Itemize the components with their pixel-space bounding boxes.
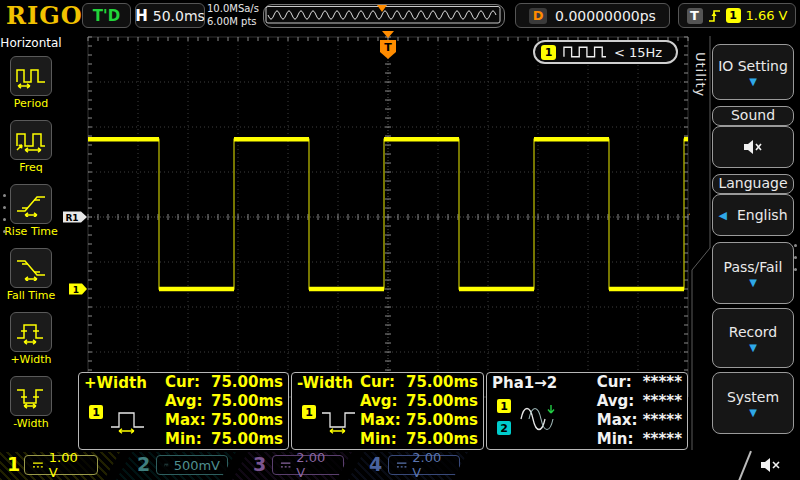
pos-width-icon — [10, 312, 52, 352]
phase-icon — [517, 401, 557, 435]
chevron-down-icon: ▼ — [749, 279, 757, 287]
trigger-label: T — [687, 8, 703, 24]
channel-1-number: 1 — [7, 453, 20, 475]
neg-pulse-icon — [320, 407, 358, 435]
measurement-name: -Width — [297, 374, 353, 392]
channel-2-scale: 500mV — [156, 455, 228, 475]
right-menu: Utility IO Setting ▼ Sound Language ◀ En… — [690, 30, 800, 452]
language-label: Language — [712, 174, 794, 194]
memory-depth: 6.00M pts — [207, 15, 263, 28]
channel1-badge: 1 — [497, 399, 511, 413]
period-icon — [10, 56, 52, 96]
system-label: System — [727, 389, 779, 405]
menu-scroll-dots — [3, 194, 6, 233]
language-value: English — [737, 207, 788, 223]
memory-waveform-preview[interactable] — [263, 4, 505, 28]
utility-tab: Utility — [690, 52, 708, 97]
menu-item-neg-width[interactable]: -Width — [0, 376, 62, 430]
menu-item-label: Period — [0, 97, 62, 110]
channel-2-button[interactable]: 2 500mV — [116, 452, 236, 480]
menu-item-pos-width[interactable]: +Width — [0, 312, 62, 366]
measurement-values: Cur:75.00ms Avg:75.00ms Max:75.00ms Min:… — [165, 373, 283, 449]
channel-4-scale: 2.00 V — [388, 455, 460, 475]
channel-status-bar: 1 1.00 V 2 500mV 3 2.00 V — [0, 452, 800, 480]
rising-edge-icon — [708, 8, 721, 24]
pass-fail-button[interactable]: Pass/Fail ▼ — [712, 242, 794, 304]
menu-item-rise-time[interactable]: Rise Time — [0, 184, 62, 238]
freq-icon — [10, 120, 52, 160]
square-wave-icon — [563, 46, 607, 58]
dc-coupling-icon — [280, 460, 291, 470]
trigger-level-value: 1.66 V — [746, 8, 788, 23]
chevron-down-icon: ▼ — [749, 78, 757, 86]
channel-3-number: 3 — [253, 453, 266, 475]
menu-item-label: Fall Time — [0, 289, 62, 302]
trigger-frequency-badge: 1 < 15Hz — [533, 40, 678, 64]
menu-item-label: -Width — [0, 417, 62, 430]
sound-button[interactable] — [712, 126, 794, 168]
delay-label: D — [529, 8, 547, 24]
trigger-box[interactable]: T 1 1.66 V — [678, 3, 796, 28]
dc-coupling-icon — [164, 460, 169, 470]
measurement-box-neg-width[interactable]: -Width 1 Cur:75.00ms Avg:75.00ms Max:75.… — [291, 372, 484, 450]
sample-rate: 10.0MSa/s — [207, 2, 263, 15]
trigger-frequency-value: < 15Hz — [614, 45, 662, 60]
language-button[interactable]: ◀ English — [712, 194, 794, 236]
measurement-box-pos-width[interactable]: +Width 1 Cur:75.00ms Avg:75.00ms Max:75.… — [78, 372, 289, 450]
channel1-badge: 1 — [302, 405, 316, 419]
menu-item-freq[interactable]: Freq — [0, 120, 62, 174]
menu-item-period[interactable]: Period — [0, 56, 62, 110]
delay-value: 0.00000000ps — [555, 8, 656, 24]
io-setting-button[interactable]: IO Setting ▼ — [712, 44, 794, 100]
system-sound-muted-icon — [758, 455, 784, 475]
left-menu: Horizontal Period Freq Rise Time — [0, 30, 62, 452]
menu-item-label: Freq — [0, 161, 62, 174]
memory-waveform-icon — [264, 5, 502, 25]
channel-3-scale: 2.00 V — [272, 455, 344, 475]
record-button[interactable]: Record ▼ — [712, 308, 794, 368]
trigger-channel-badge: 1 — [541, 45, 556, 60]
chevron-down-icon: ▼ — [749, 344, 757, 352]
channel1-badge: 1 — [89, 405, 103, 419]
measurement-values: Cur:75.00ms Avg:75.00ms Max:75.00ms Min:… — [360, 373, 478, 449]
chevron-down-icon: ▼ — [749, 409, 757, 417]
system-button[interactable]: System ▼ — [712, 372, 794, 434]
fall-time-icon — [10, 248, 52, 288]
header-bar: RIGOL T'D H 50.0ms 10.0MSa/s 6.00M pts D… — [0, 0, 800, 30]
pos-pulse-icon — [109, 407, 147, 435]
acquisition-info: 10.0MSa/s 6.00M pts — [207, 2, 263, 28]
menu-item-label: +Width — [0, 353, 62, 366]
menu-item-fall-time[interactable]: Fall Time — [0, 248, 62, 302]
menu-page-dots — [794, 244, 797, 271]
rise-time-icon — [10, 184, 52, 224]
pass-fail-label: Pass/Fail — [724, 259, 783, 275]
channel-4-number: 4 — [369, 453, 382, 475]
io-setting-label: IO Setting — [718, 58, 788, 74]
svg-text:T: T — [384, 41, 392, 54]
channel2-badge: 2 — [497, 421, 511, 435]
timebase-value: 50.0ms — [153, 8, 205, 24]
svg-text:1: 1 — [73, 285, 79, 295]
dc-coupling-icon — [396, 460, 407, 470]
channel-3-button[interactable]: 3 2.00 V — [232, 452, 352, 480]
channel-2-number: 2 — [137, 453, 150, 475]
menu-item-label: Rise Time — [0, 225, 62, 238]
chevron-left-icon: ◀ — [718, 209, 726, 222]
measurement-values: Cur:***** Avg:***** Max:***** Min:***** — [597, 373, 682, 449]
speaker-muted-icon — [742, 138, 764, 156]
timebase-box[interactable]: H 50.0ms — [135, 3, 205, 28]
channel-1-scale: 1.00 V — [24, 455, 98, 475]
record-label: Record — [729, 324, 777, 340]
delay-box[interactable]: D 0.00000000ps — [515, 3, 670, 28]
trigger-source-badge: 1 — [726, 8, 741, 23]
horizontal-label: H — [135, 7, 148, 25]
dc-coupling-icon — [32, 460, 44, 470]
measurement-name: Pha1→2 — [492, 374, 557, 392]
channel-1-button[interactable]: 1 1.00 V — [0, 452, 120, 480]
svg-text:R1: R1 — [65, 213, 78, 223]
left-menu-title: Horizontal — [0, 36, 62, 50]
measurement-name: +Width — [84, 374, 147, 392]
sound-label: Sound — [712, 106, 794, 126]
measurement-box-phase[interactable]: Pha1→2 1 2 Cur:***** Avg:***** Max:*****… — [486, 372, 688, 450]
channel-4-button[interactable]: 4 2.00 V — [348, 452, 468, 480]
